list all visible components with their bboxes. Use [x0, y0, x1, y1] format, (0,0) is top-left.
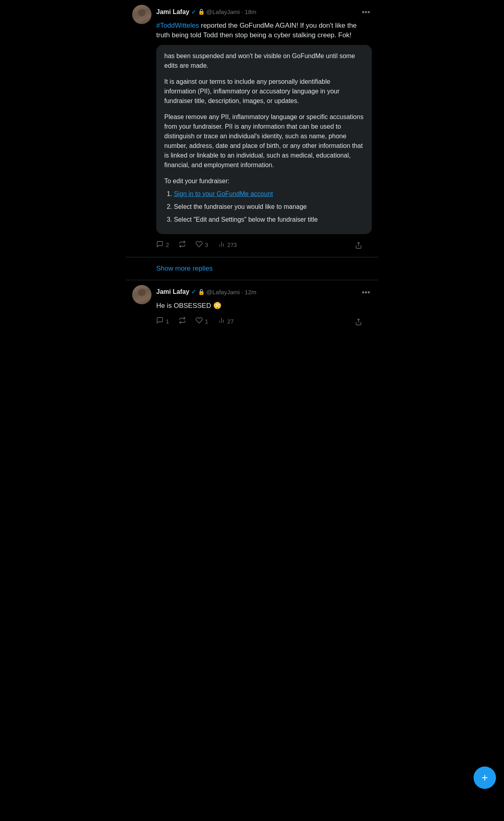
tweet-2-share-action[interactable] — [355, 317, 365, 327]
tweet-1-display-name: Jami Lafay — [156, 8, 190, 16]
quoted-card: has been suspended and won't be visible … — [156, 45, 372, 234]
tweet-1: Jami Lafay ✓ 🔒 @LafayJami · 18m ••• #Tod… — [126, 0, 378, 257]
tweet-1-text: #ToddWitteles reported the GoFundMe AGAI… — [156, 21, 372, 40]
quoted-edit-title: To edit your fundraiser: — [164, 176, 364, 186]
tweet-1-comment-count: 2 — [166, 241, 169, 249]
quoted-step-3: Select "Edit and Settings" below the fun… — [174, 215, 364, 224]
tweet-2-username-time: @LafayJami · 12m — [206, 288, 256, 296]
tweet-1-like-action[interactable]: 3 — [196, 239, 212, 252]
quoted-paragraph2: Please remove any PII, inflammatory lang… — [164, 112, 364, 170]
show-more-replies-container: Show more replies — [126, 257, 378, 280]
tweet-2-views-icon — [218, 317, 225, 327]
tweet-2-header: Jami Lafay ✓ 🔒 @LafayJami · 12m ••• — [156, 285, 372, 299]
quoted-step-1: Sign in to your GoFundMe account — [174, 189, 364, 199]
tweet-2-verified-icon: ✓ — [191, 287, 196, 296]
tweet-2-avatar[interactable] — [132, 285, 151, 304]
tweet-2-heart-icon — [196, 317, 203, 327]
tweet-1-user-info: Jami Lafay ✓ 🔒 @LafayJami · 18m — [156, 8, 360, 16]
tweet-2-like-action[interactable]: 1 — [196, 315, 212, 328]
tweet-1-share-action[interactable] — [355, 240, 365, 251]
heart-icon — [196, 241, 203, 251]
comment-icon — [156, 241, 163, 251]
tweet-2: Jami Lafay ✓ 🔒 @LafayJami · 12m ••• He i… — [126, 280, 378, 334]
tweet-2-retweet-icon — [179, 317, 186, 327]
quoted-step-2: Select the fundraiser you would like to … — [174, 202, 364, 212]
tweet-1-header: Jami Lafay ✓ 🔒 @LafayJami · 18m ••• — [156, 5, 372, 19]
tweet-2-comment-count: 1 — [166, 318, 169, 326]
tweet-2-views-action[interactable]: 27 — [218, 315, 237, 328]
tweet-1-retweet-action[interactable] — [179, 239, 189, 252]
tweet-2-display-name: Jami Lafay — [156, 287, 190, 296]
quoted-paragraph1: It is against our terms to include any p… — [164, 77, 364, 106]
tweet-2-retweet-action[interactable] — [179, 315, 189, 328]
tweet-1-views-action[interactable]: 273 — [218, 239, 240, 252]
hashtag-todd-link[interactable]: #ToddWitteles — [156, 22, 199, 29]
tweet-1-more-options[interactable]: ••• — [360, 5, 372, 19]
tweet-2-comment-icon — [156, 317, 163, 327]
tweet-2-body: Jami Lafay ✓ 🔒 @LafayJami · 12m ••• He i… — [156, 285, 372, 329]
tweet-2-actions: 1 1 — [156, 315, 372, 328]
quoted-steps-list: Sign in to your GoFundMe account Select … — [164, 189, 364, 224]
tweet-1-avatar[interactable] — [132, 5, 151, 24]
retweet-icon — [179, 241, 186, 251]
show-more-replies-link[interactable]: Show more replies — [156, 264, 372, 273]
quoted-intro: has been suspended and won't be visible … — [164, 51, 364, 71]
tweet-1-verified-icon: ✓ — [191, 8, 196, 16]
tweet-1-views-count: 273 — [228, 241, 237, 249]
gofundme-signin-link[interactable]: Sign in to your GoFundMe account — [174, 190, 273, 197]
tweet-2-text: He is OBSESSED 😳 — [156, 301, 372, 311]
tweet-2-views-count: 27 — [228, 318, 234, 326]
tweet-1-actions: 2 3 — [156, 239, 372, 252]
tweet-2-comment-action[interactable]: 1 — [156, 315, 172, 328]
tweet-1-comment-action[interactable]: 2 — [156, 239, 172, 252]
tweet-2-more-options[interactable]: ••• — [360, 285, 372, 299]
tweet-1-body: Jami Lafay ✓ 🔒 @LafayJami · 18m ••• #Tod… — [156, 5, 372, 252]
tweet-1-lock-icon: 🔒 — [198, 8, 205, 16]
tweet-2-user-info: Jami Lafay ✓ 🔒 @LafayJami · 12m — [156, 287, 360, 296]
tweet-1-like-count: 3 — [205, 241, 208, 249]
views-icon — [218, 241, 225, 251]
tweet-1-username-time: @LafayJami · 18m — [206, 8, 256, 16]
tweet-2-like-count: 1 — [205, 318, 208, 326]
tweet-2-lock-icon: 🔒 — [198, 288, 205, 296]
